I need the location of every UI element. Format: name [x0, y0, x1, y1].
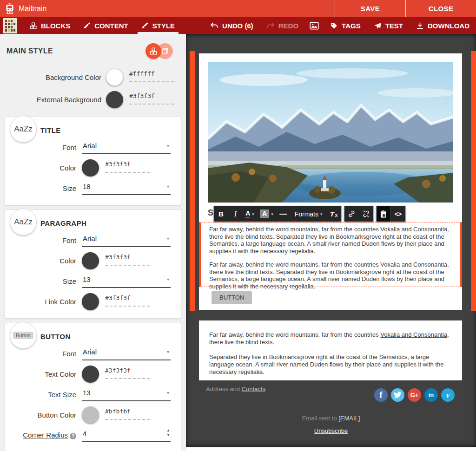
background-color-hex-field[interactable]: #ffffff	[129, 69, 174, 82]
facebook-icon[interactable]: f	[374, 388, 388, 402]
help-icon[interactable]: ?	[70, 433, 76, 439]
external-background-hex-field[interactable]: #3f3f3f	[129, 91, 174, 105]
hex-underline	[105, 378, 150, 379]
email-block-text[interactable]: Far far away, behind the word mountains,…	[199, 320, 462, 380]
blocks-icon	[29, 22, 37, 30]
unsubscribe-line: Unsubscribe	[186, 427, 476, 434]
title-style-card: AaZz TITLE Font Arial ▾ Color #3f3f3f Si…	[5, 117, 181, 205]
source-code-button[interactable]: <>	[391, 206, 405, 222]
button-font-select[interactable]: Arial	[82, 346, 171, 360]
paragraph-preview-badge: AaZz	[10, 209, 37, 235]
download-icon	[416, 22, 424, 30]
paragraph-link-color-swatch[interactable]	[82, 293, 99, 310]
download-button[interactable]: DOWNLOAD	[410, 17, 476, 34]
email-block-main: S B I A ▾ A ▾ — Formats ▾	[199, 53, 462, 310]
sent-text: Email sent to	[302, 415, 338, 422]
facebook-glyph: f	[380, 390, 383, 400]
italic-button[interactable]: I	[228, 206, 243, 222]
twitter-icon[interactable]	[391, 388, 404, 402]
chevron-down-icon: ▾	[167, 184, 169, 189]
block-selection-handle-left	[190, 51, 195, 311]
close-button[interactable]: CLOSE	[405, 0, 476, 17]
title-size-select[interactable]: 18	[82, 181, 171, 195]
button-font-label: Font	[5, 350, 82, 358]
tab-blocks-label: BLOCKS	[41, 22, 70, 30]
spinner-down-icon[interactable]: ▼	[166, 433, 170, 438]
button-color-hex-field[interactable]: #bfbfbf	[105, 406, 150, 420]
button-text-color-swatch[interactable]	[82, 366, 99, 383]
remove-link-button[interactable]	[359, 206, 373, 222]
tab-style[interactable]: STYLE	[135, 17, 181, 34]
undo-button[interactable]: UNDO (6)	[204, 17, 260, 34]
paste-icon	[379, 210, 387, 218]
background-color-button[interactable]: A ▾	[257, 206, 276, 222]
external-background-swatch[interactable]	[106, 91, 123, 108]
vokalia-link[interactable]: Vokalia and Consonantia	[380, 331, 447, 338]
address-text: Address and	[206, 386, 242, 392]
google-plus-glyph: G+	[410, 392, 419, 399]
paragraph-link-color-hex-field[interactable]: #3f3f3f	[105, 293, 150, 307]
unsubscribe-link[interactable]: Unsubscribe	[314, 427, 348, 434]
button-text-size-label: Text Size	[5, 391, 82, 399]
tags-label: TAGS	[342, 22, 361, 30]
chevron-down-icon: ▾	[167, 349, 169, 354]
bold-button[interactable]: B	[214, 206, 228, 222]
google-plus-icon[interactable]: G+	[408, 388, 421, 402]
clear-formatting-button[interactable]: Tx	[327, 206, 341, 222]
linkedin-icon[interactable]: in	[424, 388, 438, 402]
background-color-row: Background Color #ffffff	[0, 67, 186, 87]
tab-style-label: STYLE	[152, 22, 175, 30]
tags-button[interactable]: TAGS	[324, 17, 367, 34]
chevron-down-icon: ▾	[252, 212, 254, 216]
tab-content[interactable]: CONTENT	[77, 17, 135, 34]
lake-bled-photo[interactable]	[208, 62, 453, 203]
tab-content-label: CONTENT	[94, 22, 128, 30]
background-color-swatch[interactable]	[106, 69, 123, 86]
button-preview-badge: Button	[10, 322, 37, 349]
email-cta-button[interactable]: BUTTON	[212, 291, 252, 304]
button-text-color-hex-field[interactable]: #3f3f3f	[105, 366, 150, 379]
insert-link-button[interactable]	[344, 206, 359, 222]
title-color-hex-field[interactable]: #3f3f3f	[105, 159, 150, 173]
horizontal-rule-button[interactable]: —	[276, 206, 291, 222]
button-text-color-label: Text Color	[5, 370, 82, 378]
spinner-up-icon[interactable]: ▲	[166, 428, 170, 433]
paragraph-color-hex-field[interactable]: #3f3f3f	[105, 252, 150, 266]
brush-icon	[141, 22, 149, 29]
test-label: TEST	[385, 22, 403, 30]
paragraph-size-select[interactable]: 13	[82, 274, 171, 288]
pencil-icon	[83, 22, 91, 29]
structure-blocks-toggle[interactable]	[145, 43, 161, 59]
image-gallery-button[interactable]	[305, 17, 324, 34]
button-color-swatch[interactable]	[82, 406, 99, 424]
email-token-link[interactable]: [EMAIL]	[338, 415, 360, 422]
redo-button[interactable]: REDO	[260, 17, 305, 34]
text-color-button[interactable]: A ▾	[243, 206, 257, 222]
paragraph-2: Separated they live in Bookmarksgrove ri…	[209, 353, 452, 376]
title-color-swatch[interactable]	[82, 159, 99, 176]
paste-as-text-button[interactable]	[377, 206, 391, 222]
save-button[interactable]: SAVE	[335, 0, 405, 17]
button-card-heading: BUTTON	[40, 333, 181, 340]
spinner-arrows[interactable]: ▲ ▼	[166, 428, 170, 438]
tab-blocks[interactable]: BLOCKS	[23, 17, 77, 34]
redo-label: REDO	[278, 22, 298, 30]
test-button[interactable]: TEST	[367, 17, 410, 34]
formats-dropdown[interactable]: Formats ▾	[291, 206, 327, 222]
button-color-label: Button Color	[5, 411, 82, 419]
vimeo-icon[interactable]: v	[441, 388, 455, 402]
italic-label: I	[234, 210, 237, 218]
paragraph-card-heading: PARAGRAPH	[40, 219, 181, 227]
title-card-heading: TITLE	[40, 126, 181, 134]
app-brand[interactable]: Mailtrain	[0, 0, 335, 17]
editable-text-block[interactable]: Far far away, behind the word mountains,…	[199, 222, 462, 287]
tag-icon	[330, 22, 338, 30]
button-text-size-select[interactable]: 13	[82, 387, 171, 401]
external-background-row: External Background #3f3f3f	[0, 90, 186, 109]
contacts-link[interactable]: Contacts	[242, 386, 265, 392]
corner-radius-input[interactable]: 4	[82, 428, 171, 442]
vokalia-link[interactable]: Vokalia and Consonantia	[380, 226, 447, 233]
paragraph-font-select[interactable]: Arial	[82, 233, 171, 247]
title-font-select[interactable]: Arial	[82, 140, 171, 154]
paragraph-color-swatch[interactable]	[82, 252, 99, 269]
